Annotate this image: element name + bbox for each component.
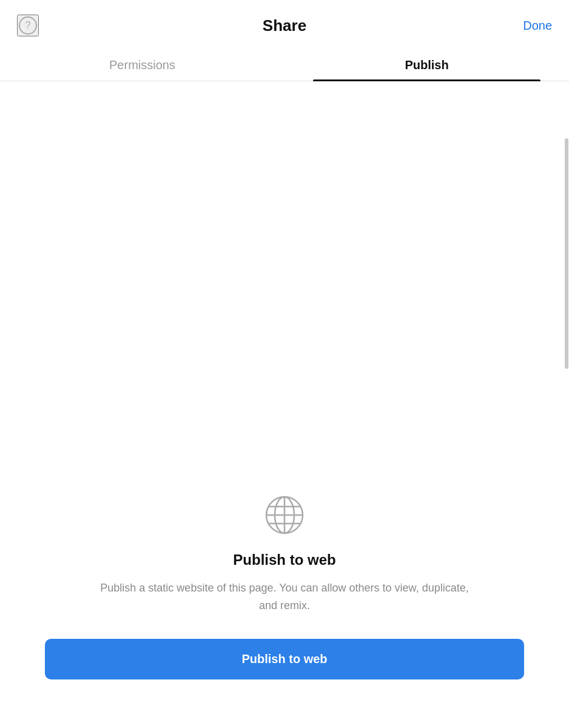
publish-to-web-button[interactable]: Publish to web — [45, 639, 524, 679]
publish-content-area: Publish to web Publish a static website … — [0, 81, 569, 728]
globe-icon-container — [263, 493, 306, 537]
tabs-container: Permissions Publish — [0, 49, 569, 81]
modal-container: ? Share Done Permissions Publish — [0, 0, 569, 728]
modal-title: Share — [263, 16, 306, 35]
scrollbar-track[interactable] — [564, 138, 569, 393]
publish-web-title: Publish to web — [233, 551, 335, 568]
tab-permissions[interactable]: Permissions — [0, 49, 284, 81]
header: ? Share Done — [0, 0, 569, 49]
question-mark-icon: ? — [19, 16, 37, 35]
tab-publish[interactable]: Publish — [284, 49, 569, 81]
done-button[interactable]: Done — [523, 16, 552, 35]
scrollbar-thumb[interactable] — [565, 138, 568, 369]
globe-icon — [263, 493, 306, 537]
publish-web-description: Publish a static website of this page. Y… — [96, 579, 473, 615]
help-button[interactable]: ? — [17, 15, 39, 36]
